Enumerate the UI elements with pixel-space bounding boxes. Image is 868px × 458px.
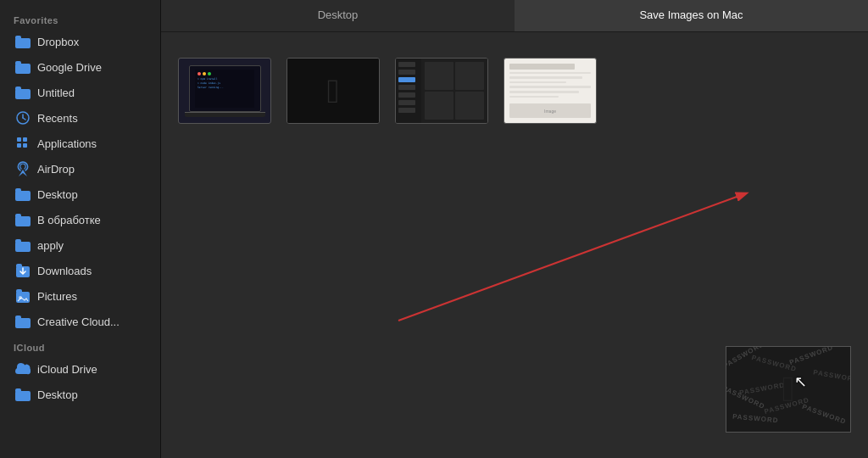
sidebar-item-pictures[interactable]: Pictures: [3, 284, 157, 308]
sidebar-item-dropbox[interactable]: Dropbox: [3, 30, 157, 53]
thumbnail-1[interactable]: > npm install> node index.jsServer runni…: [178, 58, 271, 124]
apple-logo: : [782, 369, 794, 410]
sidebar-item-label: apply: [37, 239, 64, 252]
favorites-section-label: Favorites: [0, 7, 160, 29]
folder-icon: [15, 314, 31, 329]
svg-line-30: [398, 193, 746, 321]
folder-icon: [15, 59, 31, 75]
svg-rect-16: [15, 214, 21, 218]
sidebar-item-apply[interactable]: apply: [3, 233, 157, 257]
folder-icon: [15, 212, 31, 227]
pictures-icon: [15, 288, 31, 304]
sidebar: Favorites Dropbox Google Drive Untitled …: [0, 0, 161, 458]
svg-rect-5: [15, 87, 21, 91]
sidebar-item-label: Desktop: [37, 188, 78, 201]
sidebar-item-recents[interactable]: Recents: [3, 106, 157, 130]
tab-bar: Desktop Save Images on Mac: [161, 0, 868, 32]
thumbnail-2[interactable]: : [287, 58, 380, 124]
sidebar-item-label: Applications: [37, 137, 97, 150]
svg-rect-9: [17, 137, 21, 142]
large-preview-image: PASSWORD PASSWORD PASSWORD PASSWORD PASS…: [726, 346, 851, 433]
svg-rect-1: [15, 36, 21, 40]
sidebar-item-untitled[interactable]: Untitled: [3, 81, 157, 104]
sidebar-item-label: Dropbox: [37, 36, 79, 48]
svg-rect-20: [16, 264, 22, 268]
sidebar-item-icloud-drive[interactable]: iCloud Drive: [3, 357, 157, 381]
tab-desktop-label: Desktop: [318, 8, 359, 21]
sidebar-item-label: Google Drive: [37, 61, 102, 74]
sidebar-item-v-obrabotke[interactable]: В обработке: [3, 208, 157, 232]
sidebar-item-creative-cloud[interactable]: Creative Cloud...: [3, 310, 157, 333]
sidebar-item-airdrop[interactable]: AirDrop: [3, 157, 157, 181]
svg-rect-14: [15, 188, 21, 193]
clock-icon: [15, 110, 31, 126]
thumbnails-row: > npm install> node index.jsServer runni…: [178, 58, 851, 124]
thumbnail-3[interactable]: [395, 58, 488, 124]
sidebar-item-label: Desktop: [37, 388, 78, 401]
sidebar-item-label: В обработке: [37, 214, 101, 226]
cursor-icon: ↖: [794, 372, 807, 391]
sidebar-item-label: AirDrop: [37, 163, 75, 176]
sidebar-item-desktop[interactable]: Desktop: [3, 182, 157, 206]
main-panel: Desktop Save Images on Mac: [161, 0, 868, 458]
sidebar-item-label: Recents: [37, 112, 78, 125]
folder-icon: [15, 85, 31, 100]
svg-rect-26: [15, 316, 21, 320]
sidebar-item-desktop-icloud[interactable]: Desktop: [3, 383, 157, 406]
tab-desktop[interactable]: Desktop: [161, 0, 515, 31]
sidebar-item-applications[interactable]: Applications: [3, 131, 157, 155]
sidebar-item-label: Creative Cloud...: [37, 316, 120, 328]
svg-rect-12: [23, 143, 27, 148]
folder-icon: [15, 187, 31, 202]
svg-rect-28: [15, 388, 21, 393]
tab-save-images[interactable]: Save Images on Mac: [515, 0, 868, 31]
folder-icon: [15, 387, 31, 402]
sidebar-item-downloads[interactable]: Downloads: [3, 259, 157, 282]
airdrop-icon: [15, 161, 31, 176]
svg-rect-18: [15, 239, 21, 243]
svg-rect-10: [23, 137, 27, 142]
icloud-section-label: iCloud: [0, 334, 160, 356]
sidebar-item-label: iCloud Drive: [37, 363, 97, 376]
tab-save-images-label: Save Images on Mac: [639, 8, 743, 21]
icloud-icon: [15, 361, 31, 377]
sidebar-item-label: Untitled: [37, 87, 75, 99]
svg-rect-3: [15, 61, 21, 65]
folder-icon: [15, 34, 31, 49]
folder-icon: [15, 237, 31, 253]
content-area: > npm install> node index.jsServer runni…: [161, 32, 868, 458]
svg-rect-11: [17, 143, 21, 148]
svg-line-8: [23, 118, 25, 120]
svg-rect-23: [16, 289, 22, 293]
sidebar-item-label: Pictures: [37, 290, 77, 303]
sidebar-item-google-drive[interactable]: Google Drive: [3, 55, 157, 79]
downloads-icon: [15, 263, 31, 278]
sidebar-item-label: Downloads: [37, 265, 92, 277]
thumbnail-4[interactable]: Image: [504, 58, 597, 124]
apps-icon: [15, 136, 31, 151]
